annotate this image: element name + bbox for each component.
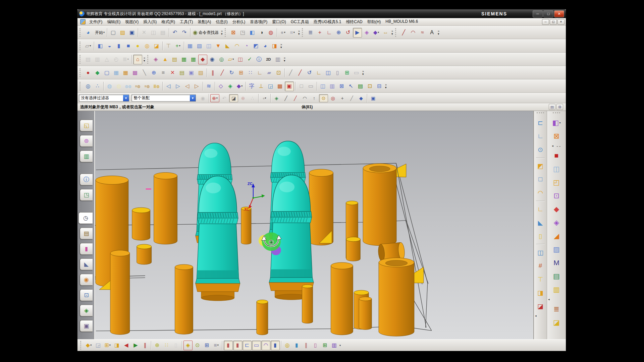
edit-point[interactable]: ● <box>84 68 93 78</box>
toolbar-grip[interactable] <box>395 28 397 37</box>
offset-face[interactable]: ∥ <box>208 68 217 78</box>
menu-item-6[interactable]: 装配(A) <box>195 18 213 25</box>
diagonal-tool[interactable]: ╲ <box>140 68 149 78</box>
interpart-link[interactable]: ◇ <box>216 81 225 91</box>
palette-grid[interactable]: ▩ <box>275 81 284 91</box>
boolean-subtract[interactable]: ◪ <box>152 41 161 51</box>
workpiece-tool[interactable]: ■ <box>551 150 562 161</box>
text-tool[interactable]: A <box>427 28 436 38</box>
assembly-info[interactable]: ⊞ <box>202 341 211 350</box>
find-component[interactable]: ◆▾ <box>84 341 93 350</box>
parting-sheet[interactable]: ◈ <box>551 217 562 228</box>
selection-steps[interactable]: ∴ <box>93 81 102 91</box>
shell[interactable]: ◨ <box>270 41 279 51</box>
minimize-button[interactable]: ─ <box>533 10 543 17</box>
filled-block[interactable]: ◪ <box>535 301 546 311</box>
prev-feature[interactable]: ◁ <box>164 81 173 91</box>
start-menu-button[interactable]: 开始▾ <box>93 28 106 38</box>
status-panel-2[interactable]: ⊞ <box>556 104 563 110</box>
drawing-tool[interactable]: ▥ <box>328 81 337 91</box>
rib[interactable]: ◫ <box>204 41 213 51</box>
rotate-csys[interactable]: ↺ <box>343 28 353 38</box>
object-palette[interactable]: ◈ <box>362 28 371 38</box>
blank-tool[interactable]: □ <box>297 81 306 91</box>
orange-cylinder[interactable] <box>132 207 150 240</box>
green-sheet[interactable]: ▤ <box>356 81 365 91</box>
line-tool[interactable]: ╱ <box>399 28 408 38</box>
grid-block[interactable]: # <box>535 260 546 271</box>
menu-item-1[interactable]: 编辑(E) <box>105 18 123 25</box>
find-binoculars[interactable]: ◉ <box>198 94 207 102</box>
toolbar-grip[interactable] <box>79 68 82 77</box>
frame-block[interactable]: ◫ <box>535 247 546 258</box>
display-mode[interactable]: ◳ <box>238 28 247 38</box>
sheet-tool[interactable]: ▤ <box>84 55 93 64</box>
orange-cylinder[interactable] <box>241 207 251 244</box>
chamfer[interactable]: ◣ <box>223 41 232 51</box>
toolbar-grip[interactable] <box>79 28 82 37</box>
spacer-block[interactable]: ▯ <box>535 231 546 241</box>
selection-trace[interactable]: ∴ <box>248 94 257 102</box>
render-style[interactable]: ◑ <box>257 28 266 38</box>
type-filter-dropdown[interactable]: 没有选择过滤器 ▼ <box>79 95 129 102</box>
interpart-chain[interactable]: ⊙ <box>193 341 202 350</box>
bulb-pair[interactable]: ◍◍ <box>124 81 133 91</box>
window-display[interactable]: ⊠ <box>229 28 238 38</box>
toolbar-overflow-icon[interactable]: »▾ <box>143 57 146 62</box>
minus-grid[interactable]: ⊟ <box>375 81 384 91</box>
line-color[interactable]: ╱ <box>296 68 305 78</box>
mold-base[interactable]: ◆ <box>551 204 562 215</box>
selection-scope-arrow-icon[interactable]: ▼ <box>190 95 196 101</box>
pocket[interactable]: ▧ <box>195 41 204 51</box>
measure-distance[interactable]: ⇔ <box>381 28 390 38</box>
menu-item-4[interactable]: 格式(R) <box>159 18 177 25</box>
exploded-view[interactable]: ◲ <box>94 341 103 350</box>
toolbar-overflow-icon[interactable]: »▾ <box>390 30 394 35</box>
dock-collapse-arrow-icon[interactable]: ◂ <box>548 298 550 301</box>
command-finder[interactable]: ◉命令查找器 <box>192 28 220 38</box>
active-grid[interactable]: ▣ <box>285 81 294 91</box>
analysis-display[interactable]: ◍ <box>266 28 275 38</box>
sprue-part[interactable]: ▥ <box>330 341 339 350</box>
child-window-icon[interactable] <box>80 19 86 24</box>
nx-app-button[interactable]: ◕ <box>84 28 93 38</box>
selection-scope-dropdown[interactable]: 整个装配 ▼ <box>131 95 196 102</box>
datum-axis[interactable]: ⊕ <box>334 28 343 38</box>
part-navigator-cube[interactable]: ◆ <box>198 55 207 64</box>
toolbar-grip[interactable] <box>302 28 304 37</box>
snap-intersection[interactable]: + <box>338 94 347 102</box>
menu-item-11[interactable]: GC工具箱 <box>288 18 311 25</box>
orange-cylinder[interactable] <box>359 297 372 330</box>
revolve[interactable]: ◒ <box>105 41 114 51</box>
board-tool[interactable]: ▤ <box>551 271 562 282</box>
nx-diamond-tool[interactable]: ◆▾ <box>372 28 381 38</box>
layer-settings[interactable]: ≣ <box>306 28 315 38</box>
component-dropdown[interactable]: ■▾ <box>212 341 221 350</box>
extrude[interactable]: ◧ <box>96 41 105 51</box>
type-filter-arrow-icon[interactable]: ▼ <box>123 95 129 101</box>
datum-plane[interactable]: ⊤ <box>164 41 173 51</box>
corner-insert[interactable]: ∟ <box>535 131 546 141</box>
edit-feature[interactable]: ▢ <box>102 68 111 78</box>
menu-item-10[interactable]: 窗口(O) <box>270 18 288 25</box>
bulb-list-3[interactable]: ≣◍ <box>152 81 161 91</box>
dock-grip[interactable] <box>553 112 560 115</box>
menu-item-12[interactable]: 燕秀UG模具5.1 <box>311 18 344 25</box>
shaded-cube-toggle[interactable]: ◪ <box>229 94 238 102</box>
layer-stack[interactable]: ≣▾ <box>121 55 130 64</box>
cylinder[interactable]: ▮ <box>114 41 123 51</box>
redo[interactable]: ↷ <box>180 28 189 38</box>
snap-endpoint[interactable]: ╱ <box>281 94 290 102</box>
csys-tool[interactable]: ∟ <box>325 28 334 38</box>
arc-tool[interactable]: ◠ <box>409 28 418 38</box>
slide-unit[interactable]: ⊏ <box>243 341 252 350</box>
print[interactable]: ▥ <box>273 55 282 64</box>
spring-part[interactable]: ◠ <box>261 341 270 350</box>
stacked-plates[interactable]: ≣ <box>551 304 562 314</box>
snap-circle[interactable]: ◎ <box>328 94 337 102</box>
expressions[interactable]: ▦ <box>179 55 189 64</box>
t-slot-block[interactable]: ⊤ <box>535 274 546 285</box>
mold-trim-tool[interactable]: ⊏ <box>535 117 546 128</box>
cell-tool[interactable]: ⊡ <box>365 81 374 91</box>
new-component[interactable]: ◨ <box>112 341 121 350</box>
